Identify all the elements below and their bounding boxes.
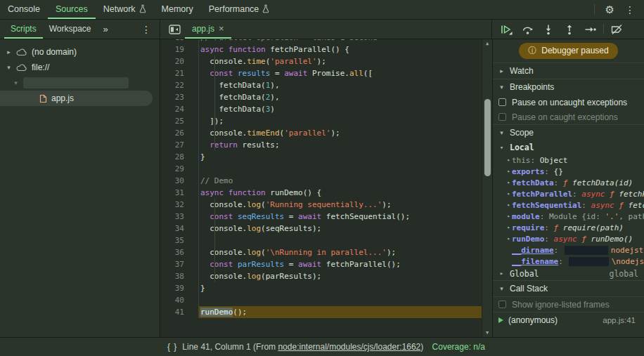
code-text[interactable]: async function fetchParallel() {: [199, 44, 482, 55]
code-text[interactable]: [199, 294, 482, 306]
chevron-right-icon[interactable]: ▸: [505, 203, 512, 208]
kebab-menu-icon[interactable]: ⋮: [625, 5, 635, 15]
code-text[interactable]: fetchData(3): [199, 103, 482, 115]
line-number[interactable]: 24: [160, 103, 199, 115]
code-text[interactable]: ]);: [199, 115, 482, 127]
scope-item-runDemo[interactable]: ▸runDemo: async ƒ runDemo(): [493, 233, 644, 244]
scope-item-require[interactable]: ▸require: ƒ require(path): [493, 222, 644, 233]
scope-global-header[interactable]: ▸ Global global: [493, 267, 644, 280]
code-text[interactable]: [199, 235, 482, 246]
line-number[interactable]: 35: [160, 235, 199, 246]
code-text[interactable]: fetchData(2),: [199, 91, 482, 103]
line-number[interactable]: 38: [160, 270, 199, 282]
code-text[interactable]: console.timeEnd('parallel');: [199, 127, 482, 139]
line-number[interactable]: 40: [160, 294, 199, 306]
code-text[interactable]: fetchData(1),: [199, 79, 482, 91]
line-number[interactable]: 27: [160, 139, 199, 151]
scope-item-exports[interactable]: ▸exports: {}: [493, 166, 644, 177]
step-button[interactable]: [582, 22, 599, 37]
code-text[interactable]: }: [199, 151, 482, 163]
code-text[interactable]: const parResults = await fetchParallel()…: [199, 258, 482, 270]
step-out-button[interactable]: [561, 22, 578, 37]
checkbox-icon[interactable]: [498, 98, 506, 106]
tab-network[interactable]: Network: [96, 0, 154, 19]
code-text[interactable]: }: [199, 282, 482, 294]
code-text[interactable]: const seqResults = await fetchSequential…: [199, 211, 482, 223]
line-number[interactable]: 28: [160, 151, 199, 163]
line-number[interactable]: 39: [160, 282, 199, 294]
sidebar-tab-scripts[interactable]: Scripts: [4, 20, 43, 39]
code-text[interactable]: console.log('Running sequentially...');: [199, 199, 482, 211]
line-number[interactable]: 26: [160, 127, 199, 139]
code-editor[interactable]: 18// Parallel operation - takes 1 second…: [160, 39, 492, 337]
checkbox-icon[interactable]: [498, 113, 506, 121]
sidebar-tab-workspace[interactable]: Workspace: [43, 20, 98, 39]
tab-memory[interactable]: Memory: [154, 0, 201, 19]
tab-sources[interactable]: Sources: [48, 0, 96, 19]
code-text[interactable]: async function runDemo() {: [199, 187, 482, 199]
scroll-up-icon[interactable]: ▲: [482, 39, 492, 48]
more-tabs-button[interactable]: »: [98, 20, 113, 39]
line-number[interactable]: 31: [160, 187, 199, 199]
chevron-down-icon[interactable]: ▾: [13, 80, 19, 86]
tree-item-file[interactable]: ▾file://: [0, 60, 160, 75]
scope-item-dirname[interactable]: __dirname: nodejst: [493, 244, 644, 256]
code-text[interactable]: // Demo: [199, 175, 482, 187]
breakpoint-option-row[interactable]: Pause on caught exceptions: [493, 110, 644, 124]
chevron-right-icon[interactable]: ▸: [505, 225, 512, 230]
code-text[interactable]: return results;: [199, 139, 482, 151]
scope-item-this[interactable]: ▸this: Object: [493, 154, 644, 166]
toggle-sidebar-icon[interactable]: [165, 20, 185, 39]
code-text[interactable]: console.time('parallel');: [199, 55, 482, 67]
step-over-button[interactable]: [519, 22, 536, 37]
show-ignore-listed-checkbox-row[interactable]: Show ignore-listed frames: [493, 296, 644, 312]
line-number[interactable]: 34: [160, 223, 199, 235]
line-number[interactable]: 33: [160, 211, 199, 223]
sidebar-kebab-icon[interactable]: ⋮: [141, 20, 160, 39]
section-watch[interactable]: ▸ Watch: [493, 62, 644, 79]
loader-link[interactable]: node:internal/modules/cjs/loader:1662: [278, 342, 420, 352]
line-number[interactable]: 20: [160, 55, 199, 67]
tab-console[interactable]: Console: [0, 0, 48, 19]
line-number[interactable]: 32: [160, 199, 199, 211]
line-number[interactable]: 21: [160, 67, 199, 79]
scope-item-fetchParallel[interactable]: ▸fetchParallel: async ƒ fetchParallel(): [493, 188, 644, 199]
chevron-right-icon[interactable]: ▸: [505, 158, 512, 163]
step-into-button[interactable]: [540, 22, 557, 37]
chevron-right-icon[interactable]: ▸: [6, 49, 12, 55]
tree-item-appjs[interactable]: app.js: [0, 91, 153, 106]
scope-local-header[interactable]: ▾ Local: [493, 140, 644, 154]
chevron-right-icon[interactable]: ▸: [505, 192, 512, 197]
gear-icon[interactable]: ⚙: [605, 4, 614, 15]
section-scope[interactable]: ▾ Scope: [493, 124, 644, 140]
scroll-down-icon[interactable]: ▼: [482, 329, 492, 337]
scrollbar-thumb[interactable]: [484, 99, 491, 176]
chevron-right-icon[interactable]: ▸: [505, 214, 512, 219]
pretty-print-icon[interactable]: { }: [167, 342, 177, 352]
checkbox-icon[interactable]: [498, 301, 506, 308]
call-stack-frame[interactable]: (anonymous)app.js:41: [493, 312, 644, 328]
close-icon[interactable]: ×: [219, 23, 224, 34]
line-number[interactable]: 23: [160, 91, 199, 103]
deactivate-breakpoints-button[interactable]: [608, 22, 625, 37]
line-number[interactable]: 41: [160, 306, 199, 318]
scope-item-filename[interactable]: __filename: \nodejs: [493, 256, 644, 267]
tab-performance[interactable]: Performance: [201, 0, 278, 19]
line-number[interactable]: 37: [160, 258, 199, 270]
line-number[interactable]: 25: [160, 115, 199, 127]
line-number[interactable]: 19: [160, 44, 199, 55]
editor-scrollbar[interactable]: ▲ ▼: [482, 39, 492, 337]
chevron-right-icon[interactable]: ▸: [505, 180, 512, 185]
tab-appjs[interactable]: app.js ×: [185, 20, 231, 39]
code-text[interactable]: console.log(parResults);: [199, 270, 482, 282]
scope-item-fetchSequential[interactable]: ▸fetchSequential: async ƒ fetchSequentia…: [493, 199, 644, 211]
code-text[interactable]: runDemo();: [199, 306, 482, 318]
line-number[interactable]: 22: [160, 79, 199, 91]
scope-item-module[interactable]: ▸module: Module {id: '.', path: [493, 211, 644, 222]
code-text[interactable]: console.log('\nRunning in parallel...');: [199, 246, 482, 258]
tree-item-nodomain[interactable]: ▸(no domain): [0, 44, 160, 60]
resume-button[interactable]: [498, 22, 515, 37]
code-text[interactable]: const results = await Promise.all([: [199, 67, 482, 79]
line-number[interactable]: 36: [160, 246, 199, 258]
code-text[interactable]: [199, 163, 482, 175]
